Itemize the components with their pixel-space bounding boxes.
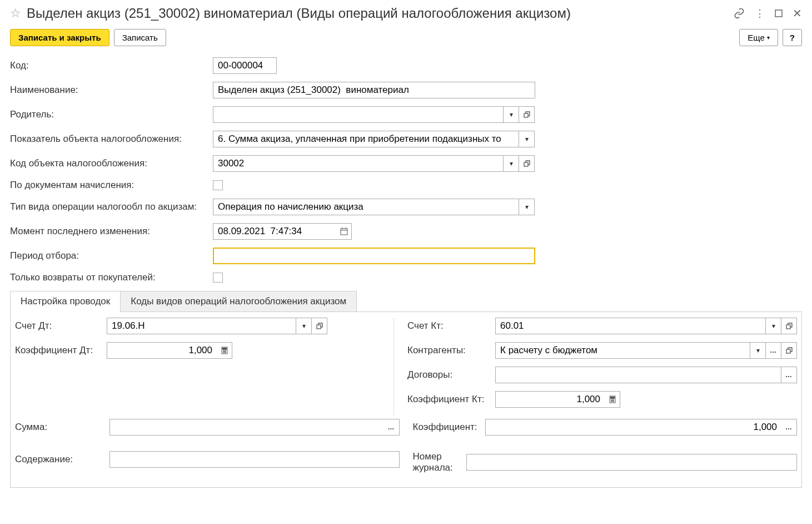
svg-point-26 xyxy=(611,401,611,402)
coef-dt-calc-button[interactable] xyxy=(217,342,232,359)
account-dt-label: Счет Дт: xyxy=(15,320,107,332)
svg-rect-19 xyxy=(786,325,790,329)
optype-label: Тип вида операции налогообл по акцизам: xyxy=(10,201,213,212)
sum-label: Сумма: xyxy=(15,422,109,433)
maximize-icon[interactable] xyxy=(775,9,783,17)
contr-dropdown-button[interactable]: ▾ xyxy=(750,342,766,359)
svg-rect-20 xyxy=(786,349,790,353)
page-title: Выделен акциз (251_30002) виноматериал (… xyxy=(27,6,734,21)
svg-point-18 xyxy=(225,352,226,353)
svg-rect-0 xyxy=(775,10,782,17)
sum-select-button[interactable]: … xyxy=(384,419,400,436)
svg-point-14 xyxy=(224,350,225,351)
returns-label: Только возвраты от покупателей: xyxy=(10,272,213,283)
lastchange-input[interactable] xyxy=(213,223,336,240)
journal-label: Номер журнала: xyxy=(413,451,466,474)
toolbar: Записать и закрыть Записать Еще ▾ ? xyxy=(10,29,802,46)
period-input[interactable] xyxy=(213,248,535,264)
help-button[interactable]: ? xyxy=(783,29,802,46)
coef-dt-input[interactable] xyxy=(107,342,217,359)
objcode-dropdown-button[interactable]: ▾ xyxy=(504,155,519,172)
name-label: Наименование: xyxy=(10,85,213,96)
indicator-label: Показатель объекта налогообложения: xyxy=(10,134,213,145)
more-button-label: Еще xyxy=(748,33,765,42)
svg-point-17 xyxy=(224,352,225,353)
account-kt-open-button[interactable] xyxy=(781,318,797,334)
svg-rect-10 xyxy=(317,325,321,329)
tab-operation-codes[interactable]: Коды видов операций налогообложения акци… xyxy=(120,291,357,312)
lastchange-label: Момент последнего изменения: xyxy=(10,226,213,237)
save-and-close-button[interactable]: Записать и закрыть xyxy=(10,29,109,46)
parent-open-button[interactable] xyxy=(519,106,535,123)
coef-kt-input[interactable] xyxy=(495,391,605,408)
name-input[interactable] xyxy=(213,82,535,98)
contr-input[interactable] xyxy=(495,342,750,359)
objcode-open-button[interactable] xyxy=(519,155,535,172)
dog-input[interactable] xyxy=(495,367,781,383)
window-header: ☆ Выделен акциз (251_30002) виноматериал… xyxy=(10,6,802,21)
sum-input[interactable] xyxy=(109,419,384,436)
tab-content: Счет Дт: ▾ Коэффициент Дт: xyxy=(10,312,802,488)
coef-input[interactable] xyxy=(485,419,782,436)
optype-input[interactable] xyxy=(213,199,519,215)
code-label: Код: xyxy=(10,60,213,71)
contr-label: Контрагенты: xyxy=(407,345,495,356)
account-kt-label: Счет Кт: xyxy=(407,320,495,332)
objcode-label: Код объекта налогообложения: xyxy=(10,158,213,169)
svg-point-16 xyxy=(223,352,223,353)
save-button[interactable]: Записать xyxy=(114,29,166,46)
header-controls: ⋮ ✕ xyxy=(734,7,802,20)
svg-point-24 xyxy=(612,399,612,400)
parent-dropdown-button[interactable]: ▾ xyxy=(504,106,519,123)
coef-kt-label: Коэффициент Кт: xyxy=(407,394,495,405)
coef-select-button[interactable]: … xyxy=(781,419,797,436)
bydocs-label: По документам начисления: xyxy=(10,180,213,191)
code-input[interactable] xyxy=(213,57,277,74)
account-kt-input[interactable] xyxy=(495,318,766,334)
svg-point-23 xyxy=(611,399,611,400)
svg-rect-3 xyxy=(341,229,347,235)
contr-select-button[interactable]: … xyxy=(766,342,781,359)
svg-point-28 xyxy=(613,401,614,402)
svg-rect-12 xyxy=(222,348,226,350)
content-input[interactable] xyxy=(109,451,400,468)
coef-label: Коэффициент: xyxy=(413,422,485,433)
coef-kt-calc-button[interactable] xyxy=(605,391,620,408)
kebab-menu-icon[interactable]: ⋮ xyxy=(755,7,765,19)
contr-open-button[interactable] xyxy=(781,342,797,359)
content-label: Содержание: xyxy=(15,454,109,465)
calendar-button[interactable] xyxy=(336,223,352,240)
bydocs-checkbox[interactable] xyxy=(213,180,223,190)
account-dt-open-button[interactable] xyxy=(312,318,327,334)
chevron-down-icon: ▾ xyxy=(767,34,770,41)
journal-input[interactable] xyxy=(466,454,798,471)
close-icon[interactable]: ✕ xyxy=(793,7,802,20)
more-button[interactable]: Еще ▾ xyxy=(739,29,778,46)
tab-entries-setup[interactable]: Настройка проводок xyxy=(10,291,121,312)
coef-dt-label: Коэффициент Дт: xyxy=(15,345,107,356)
account-kt-dropdown-button[interactable]: ▾ xyxy=(766,318,781,334)
svg-rect-1 xyxy=(524,113,528,117)
svg-rect-2 xyxy=(524,162,528,166)
optype-dropdown-button[interactable]: ▾ xyxy=(519,199,535,215)
svg-point-25 xyxy=(613,399,614,400)
returns-checkbox[interactable] xyxy=(213,273,223,283)
parent-label: Родитель: xyxy=(10,109,213,120)
indicator-dropdown-button[interactable]: ▾ xyxy=(519,131,535,147)
svg-rect-22 xyxy=(610,397,614,399)
dog-label: Договоры: xyxy=(407,369,495,380)
period-label: Период отбора: xyxy=(10,250,213,261)
indicator-input[interactable] xyxy=(213,131,519,147)
svg-point-27 xyxy=(612,401,612,402)
link-icon[interactable] xyxy=(734,8,745,19)
favorite-star-icon[interactable]: ☆ xyxy=(10,6,21,21)
objcode-input[interactable] xyxy=(213,155,504,172)
parent-input[interactable] xyxy=(213,106,504,123)
dog-select-button[interactable]: … xyxy=(781,367,797,383)
svg-point-15 xyxy=(225,350,226,351)
svg-point-13 xyxy=(223,350,223,351)
account-dt-input[interactable] xyxy=(107,318,296,334)
tabs: Настройка проводок Коды видов операций н… xyxy=(10,291,802,312)
account-dt-dropdown-button[interactable]: ▾ xyxy=(296,318,312,334)
